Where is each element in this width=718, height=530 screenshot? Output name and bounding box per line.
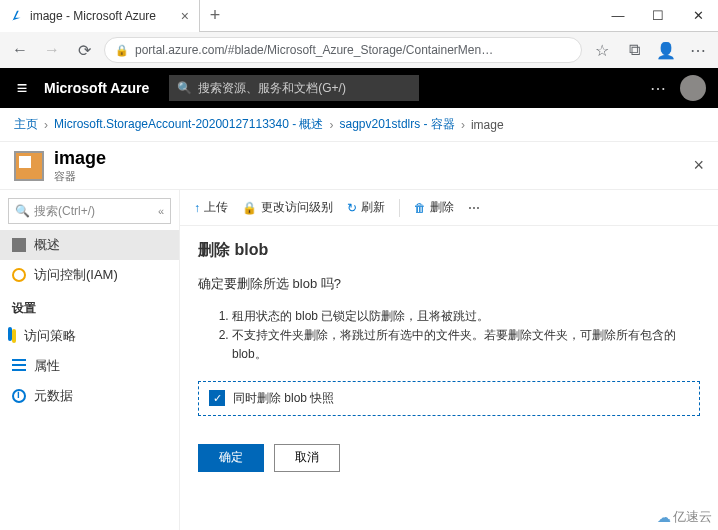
profile-button[interactable]: 👤 xyxy=(654,41,678,60)
lock-icon: 🔒 xyxy=(115,44,129,57)
metadata-icon xyxy=(12,389,26,403)
delete-snapshots-checkbox-row[interactable]: ✓ 同时删除 blob 快照 xyxy=(198,381,700,416)
maximize-button[interactable]: ☐ xyxy=(638,8,678,23)
resource-name: image xyxy=(54,148,106,169)
toolbar-more-button[interactable]: ⋯ xyxy=(468,201,480,215)
nav-meta[interactable]: 元数据 xyxy=(0,381,179,411)
nav-search[interactable]: 🔍 搜索(Ctrl+/) « xyxy=(8,198,171,224)
close-blade-button[interactable]: × xyxy=(693,155,704,176)
close-window-button[interactable]: ✕ xyxy=(678,8,718,23)
crumb-storage[interactable]: Microsoft.StorageAccount-20200127113340 … xyxy=(54,116,324,133)
refresh-button[interactable]: ↻刷新 xyxy=(347,199,385,216)
nav-label: 访问策略 xyxy=(24,327,76,345)
azure-topbar: ≡ Microsoft Azure 🔍 搜索资源、服务和文档(G+/) ⋯ xyxy=(0,68,718,108)
browser-url-bar: ← → ⟳ 🔒 portal.azure.com/#blade/Microsof… xyxy=(0,32,718,68)
nav-label: 概述 xyxy=(34,236,60,254)
search-icon: 🔍 xyxy=(177,81,192,95)
avatar[interactable] xyxy=(680,75,706,101)
topbar-more-icon[interactable]: ⋯ xyxy=(650,79,666,98)
checkbox-label: 同时删除 blob 快照 xyxy=(233,390,334,407)
nav-settings-header: 设置 xyxy=(0,290,179,321)
global-search-placeholder: 搜索资源、服务和文档(G+/) xyxy=(198,80,346,97)
extensions-button[interactable]: ⧉ xyxy=(622,41,646,59)
tab-title: image - Microsoft Azure xyxy=(30,9,175,23)
cloud-icon: ☁ xyxy=(657,509,671,525)
dialog-question: 确定要删除所选 blob 吗? xyxy=(198,275,700,293)
close-tab-icon[interactable]: × xyxy=(181,8,189,24)
global-search[interactable]: 🔍 搜索资源、服务和文档(G+/) xyxy=(169,75,419,101)
portal-menu-button[interactable]: ≡ xyxy=(0,78,44,99)
delete-button[interactable]: 🗑删除 xyxy=(414,199,454,216)
delete-icon: 🗑 xyxy=(414,201,426,215)
upload-icon: ↑ xyxy=(194,201,200,215)
dialog-notes: 租用状态的 blob 已锁定以防删除，且将被跳过。 不支持文件夹删除，将跳过所有… xyxy=(232,307,700,365)
chevron-right-icon: › xyxy=(44,118,48,132)
search-icon: 🔍 xyxy=(15,204,30,218)
crumb-container[interactable]: sagpv201stdlrs - 容器 xyxy=(340,116,455,133)
watermark: ☁ 亿速云 xyxy=(657,508,712,526)
toolbar-separator xyxy=(399,199,400,217)
cancel-button[interactable]: 取消 xyxy=(274,444,340,472)
resource-type: 容器 xyxy=(54,169,106,184)
nav-iam[interactable]: 访问控制(IAM) xyxy=(0,260,179,290)
browser-titlebar: image - Microsoft Azure × + — ☐ ✕ xyxy=(0,0,718,32)
nav-label: 属性 xyxy=(34,357,60,375)
nav-overview[interactable]: 概述 xyxy=(0,230,179,260)
url-text: portal.azure.com/#blade/Microsoft_Azure_… xyxy=(135,43,493,57)
properties-icon xyxy=(12,359,26,373)
change-access-button[interactable]: 🔒更改访问级别 xyxy=(242,199,333,216)
toolbar: ↑上传 🔒更改访问级别 ↻刷新 🗑删除 ⋯ xyxy=(180,190,718,226)
checkbox-checked-icon[interactable]: ✓ xyxy=(209,390,225,406)
left-nav: 🔍 搜索(Ctrl+/) « 概述 访问控制(IAM) 设置 访问策略 属性 元… xyxy=(0,190,180,530)
workarea: 🔍 搜索(Ctrl+/) « 概述 访问控制(IAM) 设置 访问策略 属性 元… xyxy=(0,190,718,530)
minimize-button[interactable]: — xyxy=(598,8,638,23)
chevron-right-icon: › xyxy=(330,118,334,132)
browser-menu-button[interactable]: ⋯ xyxy=(686,41,710,60)
window-controls: — ☐ ✕ xyxy=(598,8,718,23)
new-tab-button[interactable]: + xyxy=(200,5,230,26)
resource-header: image 容器 × xyxy=(0,142,718,190)
brand-label: Microsoft Azure xyxy=(44,80,169,96)
container-icon xyxy=(14,151,44,181)
back-button[interactable]: ← xyxy=(8,41,32,59)
watermark-text: 亿速云 xyxy=(673,508,712,526)
dialog-note-2: 不支持文件夹删除，将跳过所有选中的文件夹。若要删除文件夹，可删除所有包含的 bl… xyxy=(232,326,700,364)
delete-blob-dialog: 删除 blob 确定要删除所选 blob 吗? 租用状态的 blob 已锁定以防… xyxy=(180,226,718,486)
right-pane: ↑上传 🔒更改访问级别 ↻刷新 🗑删除 ⋯ 删除 blob 确定要删除所选 bl… xyxy=(180,190,718,530)
lock-icon: 🔒 xyxy=(242,201,257,215)
ok-button[interactable]: 确定 xyxy=(198,444,264,472)
collapse-nav-icon[interactable]: « xyxy=(158,205,164,217)
dialog-title: 删除 blob xyxy=(198,240,700,261)
upload-button[interactable]: ↑上传 xyxy=(194,199,228,216)
refresh-icon: ↻ xyxy=(347,201,357,215)
nav-props[interactable]: 属性 xyxy=(0,351,179,381)
crumb-current: image xyxy=(471,118,504,132)
dialog-note-1: 租用状态的 blob 已锁定以防删除，且将被跳过。 xyxy=(232,307,700,326)
reload-button[interactable]: ⟳ xyxy=(72,41,96,60)
nav-search-placeholder: 搜索(Ctrl+/) xyxy=(34,203,95,220)
crumb-home[interactable]: 主页 xyxy=(14,116,38,133)
chevron-right-icon: › xyxy=(461,118,465,132)
breadcrumb: 主页 › Microsoft.StorageAccount-2020012711… xyxy=(0,108,718,142)
svg-marker-0 xyxy=(12,10,21,20)
dialog-buttons: 确定 取消 xyxy=(198,444,700,472)
iam-icon xyxy=(12,268,26,282)
azure-favicon-icon xyxy=(10,9,24,23)
favorite-button[interactable]: ☆ xyxy=(590,41,614,60)
nav-label: 访问控制(IAM) xyxy=(34,266,118,284)
nav-policy[interactable]: 访问策略 xyxy=(0,321,179,351)
forward-button: → xyxy=(40,41,64,59)
overview-icon xyxy=(12,238,26,252)
policy-icon xyxy=(12,329,16,343)
nav-label: 元数据 xyxy=(34,387,73,405)
browser-tab[interactable]: image - Microsoft Azure × xyxy=(0,0,200,32)
address-field[interactable]: 🔒 portal.azure.com/#blade/Microsoft_Azur… xyxy=(104,37,582,63)
